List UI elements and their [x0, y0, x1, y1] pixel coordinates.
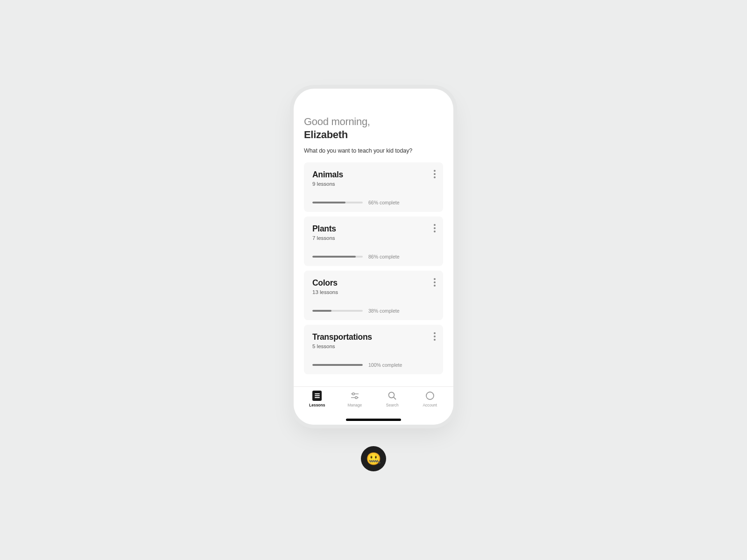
tab-account[interactable]: Account: [417, 391, 443, 425]
progress-row: 86% complete: [312, 254, 435, 259]
tab-label: Account: [423, 403, 437, 407]
progress-fill: [312, 364, 363, 366]
more-menu-icon[interactable]: [434, 170, 436, 178]
svg-point-6: [426, 392, 434, 399]
progress-row: 38% complete: [312, 308, 435, 314]
lessons-icon: [312, 391, 322, 401]
svg-point-4: [389, 392, 395, 398]
svg-point-1: [352, 393, 354, 395]
progress-label: 66% complete: [368, 200, 400, 205]
subtitle-text: What do you want to teach your kid today…: [304, 147, 443, 154]
phone-frame: Good morning, Elizabeth What do you want…: [294, 89, 453, 425]
more-menu-icon[interactable]: [434, 278, 436, 287]
more-menu-icon[interactable]: [434, 332, 436, 341]
lesson-card-colors[interactable]: Colors 13 lessons 38% complete: [304, 271, 443, 320]
lesson-card-transportations[interactable]: Transportations 5 lessons 100% complete: [304, 325, 443, 374]
search-icon: [387, 391, 397, 401]
progress-fill: [312, 310, 331, 312]
tab-label: Manage: [347, 403, 362, 407]
lesson-count: 9 lessons: [312, 181, 435, 187]
lesson-title: Plants: [312, 224, 435, 234]
lesson-card-plants[interactable]: Plants 7 lessons 86% complete: [304, 217, 443, 266]
lesson-title: Transportations: [312, 332, 435, 342]
lesson-card-animals[interactable]: Animals 9 lessons 66% complete: [304, 162, 443, 212]
screen-content: Good morning, Elizabeth What do you want…: [294, 89, 453, 386]
lesson-count: 13 lessons: [312, 289, 435, 295]
lesson-count: 7 lessons: [312, 235, 435, 241]
lesson-count: 5 lessons: [312, 343, 435, 349]
progress-fill: [312, 256, 356, 258]
home-indicator[interactable]: [346, 419, 401, 421]
svg-line-5: [394, 397, 396, 399]
tab-label: Search: [386, 403, 399, 407]
more-menu-icon[interactable]: [434, 224, 436, 232]
progress-label: 38% complete: [368, 308, 400, 314]
greeting-text: Good morning,: [304, 116, 443, 128]
lesson-title: Colors: [312, 278, 435, 288]
progress-bar: [312, 310, 363, 312]
progress-label: 100% complete: [368, 362, 402, 368]
svg-point-3: [355, 397, 357, 399]
emoji: 🤐: [366, 452, 381, 466]
progress-row: 66% complete: [312, 200, 435, 205]
lesson-cards: Animals 9 lessons 66% complete Plants 7 …: [304, 162, 443, 374]
tab-lessons[interactable]: Lessons: [304, 391, 330, 425]
progress-label: 86% complete: [368, 254, 400, 259]
circle-icon: [425, 391, 435, 401]
progress-bar: [312, 202, 363, 203]
tab-label: Lessons: [309, 403, 325, 407]
lesson-title: Animals: [312, 170, 435, 180]
progress-bar: [312, 256, 363, 258]
progress-row: 100% complete: [312, 362, 435, 368]
username-text: Elizabeth: [304, 129, 443, 141]
sliders-icon: [350, 391, 360, 401]
progress-bar: [312, 364, 363, 366]
progress-fill: [312, 202, 345, 203]
emoji-badge[interactable]: 🤐: [361, 446, 386, 471]
